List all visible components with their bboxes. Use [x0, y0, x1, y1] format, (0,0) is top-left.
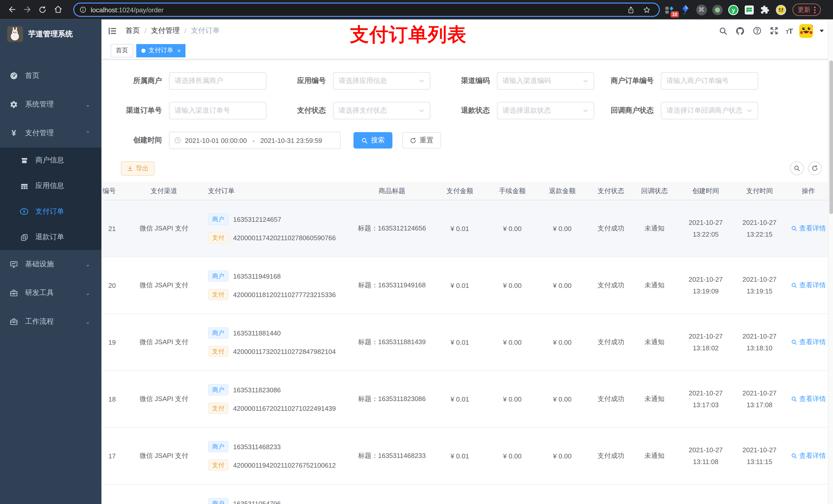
- extension-pinned-icon[interactable]: 10: [664, 4, 675, 15]
- paid-time: 13:19:15: [735, 285, 784, 297]
- tab-home[interactable]: 首页: [111, 44, 133, 57]
- extensions-puzzle-button[interactable]: [759, 4, 770, 15]
- table-row[interactable]: 18 微信 JSAPI 支付 商户 1635311823086 支付 42000…: [101, 371, 833, 428]
- site-info-icon[interactable]: [79, 6, 87, 13]
- font-size-icon[interactable]: TT: [786, 26, 792, 35]
- view-detail-link[interactable]: 查看详情: [784, 224, 833, 233]
- kite-icon: [681, 5, 690, 15]
- header-search-button[interactable]: [718, 26, 728, 36]
- address-bar[interactable]: localhost:1024/pay/order: [73, 3, 660, 17]
- filter-input[interactable]: 请输入渠道订单号: [169, 102, 266, 119]
- cell-notify-status: 未通知: [633, 394, 676, 404]
- sidebar-item-workflow[interactable]: 工作流程 ⌄: [0, 307, 101, 336]
- cell-actions: 查看详情: [784, 338, 833, 347]
- close-tab-icon[interactable]: ×: [177, 47, 181, 53]
- user-menu-caret-icon[interactable]: [820, 29, 824, 32]
- export-button[interactable]: 导出: [121, 161, 155, 176]
- browser-menu-icon[interactable]: [814, 6, 815, 13]
- filter-input[interactable]: 请输入渠道编码: [497, 72, 594, 90]
- merchant-order-line: 商户 1635311949168: [208, 270, 354, 282]
- sidebar-item-merchant-info[interactable]: 商户信息: [0, 147, 101, 173]
- browser-extensions: 10 ⌘ y 更新: [664, 0, 821, 20]
- view-detail-link[interactable]: 查看详情: [784, 338, 833, 347]
- search-button-label: 搜索: [371, 136, 385, 145]
- filter-input[interactable]: 请选择订单回调商户状态: [661, 102, 758, 119]
- fullscreen-icon[interactable]: [769, 26, 779, 36]
- browser-profile-avatar[interactable]: [775, 4, 786, 15]
- view-detail-link[interactable]: 查看详情: [784, 451, 833, 460]
- filter-input[interactable]: 请输入商户订单编号: [661, 72, 758, 90]
- table-row[interactable]: 21 微信 JSAPI 支付 商户 1635312124657 支付 42000…: [101, 200, 833, 257]
- sidebar-collapse-button[interactable]: [108, 26, 117, 35]
- browser-home-button[interactable]: [50, 2, 66, 17]
- sidebar-item-app-info[interactable]: 应用信息: [0, 173, 101, 199]
- sidebar-item-label: 研发工具: [25, 288, 54, 297]
- extension-chat-icon[interactable]: [743, 4, 755, 15]
- briefcase-icon: [10, 317, 18, 326]
- browser-reload-button[interactable]: [35, 2, 50, 17]
- filter-label: 回调商户状态: [597, 106, 661, 115]
- tab-pay-order[interactable]: 支付订单 ×: [136, 44, 186, 57]
- created-date: 2021-10-27: [676, 273, 735, 285]
- sidebar-item-pay-order[interactable]: ¥ 支付订单: [0, 199, 101, 224]
- extension-command-icon[interactable]: ⌘: [696, 4, 707, 15]
- sidebar-item-system[interactable]: 系统管理 ⌄: [0, 90, 101, 119]
- filter-group: 支付状态 请选择支付状态: [269, 102, 430, 119]
- view-detail-link[interactable]: 查看详情: [784, 394, 833, 404]
- sidebar-item-payment[interactable]: ¥ 支付管理 ⌃: [0, 119, 101, 147]
- extension-record-icon[interactable]: [712, 4, 723, 15]
- breadcrumb-payment[interactable]: 支付管理: [151, 26, 180, 35]
- extension-kite-icon[interactable]: [680, 4, 691, 15]
- show-search-toggle-button[interactable]: [790, 161, 804, 175]
- pay-tag: 支付: [208, 289, 229, 300]
- filter-input[interactable]: 请选择应用信息: [333, 72, 430, 90]
- refresh-table-button[interactable]: [808, 161, 822, 175]
- table-row[interactable]: 19 微信 JSAPI 支付 商户 1635311881440 支付 42000…: [101, 314, 833, 371]
- chevron-down-icon: ⌄: [86, 101, 90, 108]
- help-icon[interactable]: [752, 26, 762, 36]
- github-icon[interactable]: [735, 26, 745, 36]
- sidebar-item-home[interactable]: 首页: [0, 62, 101, 90]
- sidebar-item-devtools[interactable]: 研发工具 ⌄: [0, 279, 101, 307]
- reset-button[interactable]: 重置: [402, 132, 441, 148]
- sidebar-item-infrastructure[interactable]: 基础设施 ⌄: [0, 250, 101, 279]
- font-size-small: T: [786, 29, 788, 34]
- cell-id: 19: [101, 338, 123, 346]
- sidebar-item-refund-order[interactable]: 退款订单: [0, 224, 101, 250]
- cell-actions: 查看详情: [784, 394, 833, 404]
- extension-y-icon[interactable]: y: [728, 4, 739, 15]
- browser-toolbar: localhost:1024/pay/order 10 ⌘ y: [0, 0, 833, 20]
- filter-input[interactable]: 请选择支付状态: [333, 102, 430, 119]
- share-icon[interactable]: [627, 6, 635, 14]
- browser-back-button[interactable]: [4, 2, 20, 17]
- table-body: 21 微信 JSAPI 支付 商户 1635312124657 支付 42000…: [101, 200, 833, 504]
- table-toolbar: 导出: [101, 161, 833, 176]
- filter-group: 应用编号 请选择应用信息: [269, 72, 430, 90]
- sidebar-logo[interactable]: 芋道管理系统: [0, 20, 101, 48]
- shop-icon: [20, 156, 28, 164]
- search-button[interactable]: 搜索: [354, 132, 392, 148]
- browser-update-button[interactable]: 更新: [792, 4, 821, 16]
- table-row[interactable]: 20 微信 JSAPI 支付 商户 1635311949168 支付 42000…: [101, 257, 833, 314]
- merchant-order-line: 商户 1635311054796: [208, 498, 354, 504]
- cell-paid-time: 2021-10-27 13:18:10: [735, 330, 784, 354]
- filter-input[interactable]: 请选择退款状态: [497, 102, 594, 119]
- browser-forward-button[interactable]: [20, 2, 35, 17]
- page-scrollbar[interactable]: [828, 20, 833, 504]
- chevron-down-icon: [419, 107, 425, 114]
- user-avatar[interactable]: [799, 24, 813, 38]
- created-date: 2021-10-27: [676, 387, 735, 399]
- scrollbar-thumb[interactable]: [829, 61, 833, 214]
- cell-channel: 微信 JSAPI 支付: [123, 281, 205, 290]
- url-host: localhost: [91, 6, 117, 14]
- view-detail-link[interactable]: 查看详情: [784, 281, 833, 290]
- top-navbar: 首页 / 支付管理 / 支付订单 TT: [101, 20, 833, 42]
- arrow-left-icon: [7, 5, 16, 14]
- date-range-input[interactable]: 2021-10-01 00:00:00 - 2021-10-31 23:59:5…: [169, 131, 341, 149]
- breadcrumb-home[interactable]: 首页: [125, 26, 140, 35]
- app-window: 芋道管理系统 首页 系统管理 ⌄ ¥ 支付管理 ⌃: [0, 20, 833, 504]
- filter-input[interactable]: 请选择所属商户: [169, 72, 266, 90]
- bookmark-star-icon[interactable]: [643, 6, 651, 14]
- table-row[interactable]: 商户 1635311054796 支付 查看详情: [101, 484, 833, 504]
- table-row[interactable]: 17 微信 JSAPI 支付 商户 1635311468233 支付 42000…: [101, 428, 833, 484]
